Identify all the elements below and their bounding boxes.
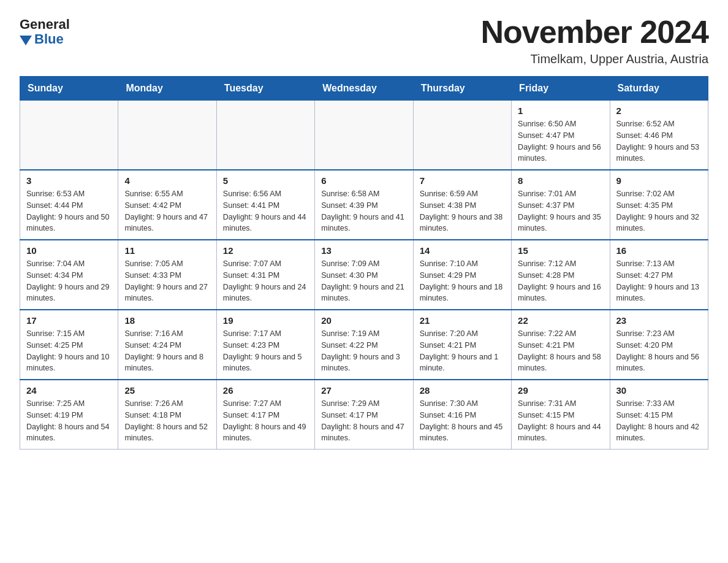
calendar-cell: 6Sunrise: 6:58 AM Sunset: 4:39 PM Daylig… (315, 170, 413, 240)
day-info: Sunrise: 6:53 AM Sunset: 4:44 PM Dayligh… (26, 188, 112, 234)
calendar-cell: 11Sunrise: 7:05 AM Sunset: 4:33 PM Dayli… (118, 240, 216, 310)
day-number: 2 (616, 105, 702, 116)
calendar-cell: 23Sunrise: 7:23 AM Sunset: 4:20 PM Dayli… (610, 310, 708, 380)
day-number: 11 (124, 245, 210, 256)
calendar-cell: 13Sunrise: 7:09 AM Sunset: 4:30 PM Dayli… (315, 240, 413, 310)
calendar-cell (216, 101, 314, 170)
day-number: 19 (223, 315, 308, 326)
calendar-cell: 7Sunrise: 6:59 AM Sunset: 4:38 PM Daylig… (413, 170, 511, 240)
calendar-cell: 9Sunrise: 7:02 AM Sunset: 4:35 PM Daylig… (610, 170, 708, 240)
day-number: 21 (420, 315, 505, 326)
weekday-header-wednesday: Wednesday (315, 77, 413, 101)
day-number: 14 (420, 245, 505, 256)
weekday-header-saturday: Saturday (610, 77, 708, 101)
day-info: Sunrise: 6:55 AM Sunset: 4:42 PM Dayligh… (124, 188, 210, 234)
day-info: Sunrise: 7:31 AM Sunset: 4:15 PM Dayligh… (518, 398, 603, 444)
day-number: 3 (26, 175, 112, 186)
day-info: Sunrise: 7:29 AM Sunset: 4:17 PM Dayligh… (321, 398, 406, 444)
calendar-cell: 21Sunrise: 7:20 AM Sunset: 4:21 PM Dayli… (413, 310, 511, 380)
calendar-cell: 16Sunrise: 7:13 AM Sunset: 4:27 PM Dayli… (610, 240, 708, 310)
day-number: 6 (321, 175, 406, 186)
calendar-cell: 18Sunrise: 7:16 AM Sunset: 4:24 PM Dayli… (118, 310, 216, 380)
day-number: 29 (518, 385, 603, 396)
calendar-cell: 10Sunrise: 7:04 AM Sunset: 4:34 PM Dayli… (20, 240, 118, 310)
calendar-cell: 29Sunrise: 7:31 AM Sunset: 4:15 PM Dayli… (512, 380, 610, 450)
weekday-header-thursday: Thursday (413, 77, 511, 101)
day-info: Sunrise: 7:19 AM Sunset: 4:22 PM Dayligh… (321, 328, 406, 374)
day-info: Sunrise: 7:05 AM Sunset: 4:33 PM Dayligh… (124, 258, 210, 304)
day-info: Sunrise: 7:15 AM Sunset: 4:25 PM Dayligh… (26, 328, 112, 374)
day-info: Sunrise: 7:01 AM Sunset: 4:37 PM Dayligh… (518, 188, 603, 234)
location-subtitle: Timelkam, Upper Austria, Austria (481, 52, 708, 66)
weekday-header-sunday: Sunday (20, 77, 118, 101)
day-info: Sunrise: 7:23 AM Sunset: 4:20 PM Dayligh… (616, 328, 702, 374)
day-number: 16 (616, 245, 702, 256)
logo-triangle-icon (20, 36, 32, 45)
day-number: 27 (321, 385, 406, 396)
day-info: Sunrise: 6:50 AM Sunset: 4:47 PM Dayligh… (518, 118, 603, 164)
day-number: 15 (518, 245, 603, 256)
day-number: 28 (420, 385, 505, 396)
day-info: Sunrise: 7:17 AM Sunset: 4:23 PM Dayligh… (223, 328, 308, 374)
day-number: 25 (124, 385, 210, 396)
calendar-cell: 22Sunrise: 7:22 AM Sunset: 4:21 PM Dayli… (512, 310, 610, 380)
day-number: 10 (26, 245, 112, 256)
title-block: November 2024 Timelkam, Upper Austria, A… (481, 15, 708, 66)
calendar-cell (20, 101, 118, 170)
day-number: 23 (616, 315, 702, 326)
month-title: November 2024 (481, 15, 708, 50)
day-info: Sunrise: 7:22 AM Sunset: 4:21 PM Dayligh… (518, 328, 603, 374)
calendar-cell: 24Sunrise: 7:25 AM Sunset: 4:19 PM Dayli… (20, 380, 118, 450)
day-number: 18 (124, 315, 210, 326)
calendar-table: SundayMondayTuesdayWednesdayThursdayFrid… (20, 76, 708, 450)
calendar-cell (413, 101, 511, 170)
day-info: Sunrise: 7:09 AM Sunset: 4:30 PM Dayligh… (321, 258, 406, 304)
day-number: 7 (420, 175, 505, 186)
week-row-4: 17Sunrise: 7:15 AM Sunset: 4:25 PM Dayli… (20, 310, 708, 380)
calendar-cell: 8Sunrise: 7:01 AM Sunset: 4:37 PM Daylig… (512, 170, 610, 240)
day-info: Sunrise: 7:07 AM Sunset: 4:31 PM Dayligh… (223, 258, 308, 304)
day-info: Sunrise: 7:04 AM Sunset: 4:34 PM Dayligh… (26, 258, 112, 304)
day-number: 24 (26, 385, 112, 396)
calendar-cell: 3Sunrise: 6:53 AM Sunset: 4:44 PM Daylig… (20, 170, 118, 240)
day-number: 17 (26, 315, 112, 326)
weekday-header-monday: Monday (118, 77, 216, 101)
week-row-5: 24Sunrise: 7:25 AM Sunset: 4:19 PM Dayli… (20, 380, 708, 450)
day-info: Sunrise: 7:30 AM Sunset: 4:16 PM Dayligh… (420, 398, 505, 444)
logo-general-text: General (20, 17, 70, 32)
calendar-cell: 28Sunrise: 7:30 AM Sunset: 4:16 PM Dayli… (413, 380, 511, 450)
calendar-cell: 30Sunrise: 7:33 AM Sunset: 4:15 PM Dayli… (610, 380, 708, 450)
calendar-cell: 27Sunrise: 7:29 AM Sunset: 4:17 PM Dayli… (315, 380, 413, 450)
day-number: 13 (321, 245, 406, 256)
logo-blue-text: Blue (34, 32, 64, 47)
calendar-cell: 14Sunrise: 7:10 AM Sunset: 4:29 PM Dayli… (413, 240, 511, 310)
day-number: 4 (124, 175, 210, 186)
page-header: General Blue November 2024 Timelkam, Upp… (20, 15, 708, 66)
day-info: Sunrise: 7:10 AM Sunset: 4:29 PM Dayligh… (420, 258, 505, 304)
day-number: 22 (518, 315, 603, 326)
day-info: Sunrise: 7:33 AM Sunset: 4:15 PM Dayligh… (616, 398, 702, 444)
day-info: Sunrise: 6:58 AM Sunset: 4:39 PM Dayligh… (321, 188, 406, 234)
week-row-1: 1Sunrise: 6:50 AM Sunset: 4:47 PM Daylig… (20, 101, 708, 170)
calendar-cell: 15Sunrise: 7:12 AM Sunset: 4:28 PM Dayli… (512, 240, 610, 310)
day-info: Sunrise: 7:26 AM Sunset: 4:18 PM Dayligh… (124, 398, 210, 444)
calendar-cell: 1Sunrise: 6:50 AM Sunset: 4:47 PM Daylig… (512, 101, 610, 170)
week-row-3: 10Sunrise: 7:04 AM Sunset: 4:34 PM Dayli… (20, 240, 708, 310)
day-info: Sunrise: 7:27 AM Sunset: 4:17 PM Dayligh… (223, 398, 308, 444)
calendar-cell (315, 101, 413, 170)
calendar-cell: 17Sunrise: 7:15 AM Sunset: 4:25 PM Dayli… (20, 310, 118, 380)
day-info: Sunrise: 7:16 AM Sunset: 4:24 PM Dayligh… (124, 328, 210, 374)
calendar-cell: 5Sunrise: 6:56 AM Sunset: 4:41 PM Daylig… (216, 170, 314, 240)
day-number: 9 (616, 175, 702, 186)
day-info: Sunrise: 6:56 AM Sunset: 4:41 PM Dayligh… (223, 188, 308, 234)
calendar-cell: 2Sunrise: 6:52 AM Sunset: 4:46 PM Daylig… (610, 101, 708, 170)
day-info: Sunrise: 7:25 AM Sunset: 4:19 PM Dayligh… (26, 398, 112, 444)
calendar-cell: 20Sunrise: 7:19 AM Sunset: 4:22 PM Dayli… (315, 310, 413, 380)
calendar-cell: 26Sunrise: 7:27 AM Sunset: 4:17 PM Dayli… (216, 380, 314, 450)
calendar-cell: 19Sunrise: 7:17 AM Sunset: 4:23 PM Dayli… (216, 310, 314, 380)
weekday-header-row: SundayMondayTuesdayWednesdayThursdayFrid… (20, 77, 708, 101)
calendar-cell: 25Sunrise: 7:26 AM Sunset: 4:18 PM Dayli… (118, 380, 216, 450)
day-info: Sunrise: 7:13 AM Sunset: 4:27 PM Dayligh… (616, 258, 702, 304)
day-info: Sunrise: 7:20 AM Sunset: 4:21 PM Dayligh… (420, 328, 505, 374)
weekday-header-friday: Friday (512, 77, 610, 101)
